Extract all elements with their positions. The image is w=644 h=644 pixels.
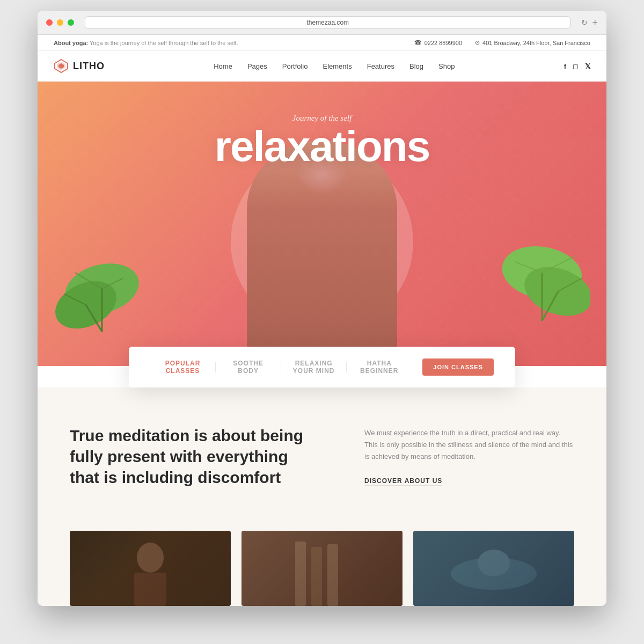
classes-tab-popular[interactable]: Popular Classes (150, 360, 215, 375)
nav-features[interactable]: Features (367, 62, 394, 70)
nav-portfolio[interactable]: Portfolio (282, 62, 308, 70)
phone-contact: ☎ 0222 8899900 (414, 39, 462, 46)
logo[interactable]: LITHO (54, 58, 105, 74)
nav-elements[interactable]: Elements (323, 62, 352, 70)
svg-rect-22 (311, 547, 322, 606)
svg-rect-19 (134, 573, 166, 606)
leaf-decoration-right (494, 246, 590, 323)
twitter-icon[interactable]: 𝕏 (585, 62, 590, 70)
maximize-button[interactable] (68, 19, 74, 26)
info-bar: About yoga: Yoga is the journey of the s… (38, 35, 606, 51)
classes-tab-soothe[interactable]: Soothe Body (216, 360, 281, 375)
discover-about-us-link[interactable]: Discover About Us (364, 477, 442, 486)
join-classes-button[interactable]: Join Classes (422, 358, 494, 376)
url-bar[interactable]: themezaa.com (85, 16, 570, 29)
phone-icon: ☎ (414, 39, 422, 46)
classes-tab-hatha[interactable]: Hatha Beginner (347, 360, 412, 375)
address-text: 401 Broadway, 24th Floor, San Francisco (482, 40, 590, 46)
refresh-icon[interactable]: ↻ (581, 18, 588, 27)
hero-person-image (247, 141, 397, 366)
logo-text: LITHO (73, 61, 105, 72)
gallery-image-3 (413, 531, 574, 606)
nav-shop[interactable]: Shop (438, 62, 455, 70)
classes-tab-relaxing[interactable]: Relaxing Your Mind (281, 360, 346, 375)
gallery-strip (38, 520, 606, 606)
content-description: We must experience the truth in a direct… (364, 427, 574, 463)
close-button[interactable] (46, 19, 53, 26)
gallery-image-1 (70, 531, 231, 606)
nav-home[interactable]: Home (214, 62, 232, 70)
content-section: True meditation is about being fully pre… (38, 387, 606, 520)
new-tab-button[interactable]: + (592, 17, 598, 28)
social-links: f ◻ 𝕏 (564, 62, 590, 70)
svg-rect-23 (327, 544, 338, 606)
gallery-image-2 (241, 531, 402, 606)
facebook-icon[interactable]: f (564, 62, 566, 70)
main-navigation: Home Pages Portfolio Elements Features B… (214, 62, 455, 70)
hero-subtitle: Journey of the self (215, 114, 429, 123)
content-heading: True meditation is about being fully pre… (70, 425, 321, 488)
contact-info: ☎ 0222 8899900 ⊙ 401 Broadway, 24th Floo… (414, 39, 590, 46)
nav-blog[interactable]: Blog (409, 62, 423, 70)
gallery-item-2[interactable] (241, 531, 402, 606)
content-right: We must experience the truth in a direct… (364, 425, 574, 485)
svg-point-18 (137, 543, 164, 573)
location-icon: ⊙ (475, 39, 480, 46)
instagram-icon[interactable]: ◻ (573, 62, 579, 70)
hero-section: Journey of the self relaxations (38, 82, 606, 366)
classes-bar: Popular Classes Soothe Body Relaxing You… (129, 347, 515, 387)
content-left: True meditation is about being fully pre… (70, 425, 321, 488)
leaf-decoration-left (54, 257, 150, 334)
hero-person-inner (247, 141, 397, 366)
phone-number: 0222 8899900 (425, 40, 462, 46)
logo-icon (54, 58, 69, 74)
nav-pages[interactable]: Pages (247, 62, 267, 70)
hero-title: relaxations (215, 125, 429, 168)
navbar: LITHO Home Pages Portfolio Elements Feat… (38, 51, 606, 82)
address-contact: ⊙ 401 Broadway, 24th Floor, San Francisc… (475, 39, 590, 46)
svg-point-26 (478, 550, 510, 576)
svg-rect-21 (295, 541, 306, 606)
hero-text: Journey of the self relaxations (215, 114, 429, 168)
gallery-item-3[interactable] (413, 531, 574, 606)
about-yoga-text: About yoga: Yoga is the journey of the s… (54, 40, 238, 46)
browser-window: themezaa.com ↻ + About yoga: Yoga is the… (38, 11, 606, 606)
minimize-button[interactable] (57, 19, 63, 26)
browser-titlebar: themezaa.com ↻ + (38, 11, 606, 35)
classes-bar-wrapper: Popular Classes Soothe Body Relaxing You… (38, 347, 606, 387)
gallery-item-1[interactable] (70, 531, 231, 606)
